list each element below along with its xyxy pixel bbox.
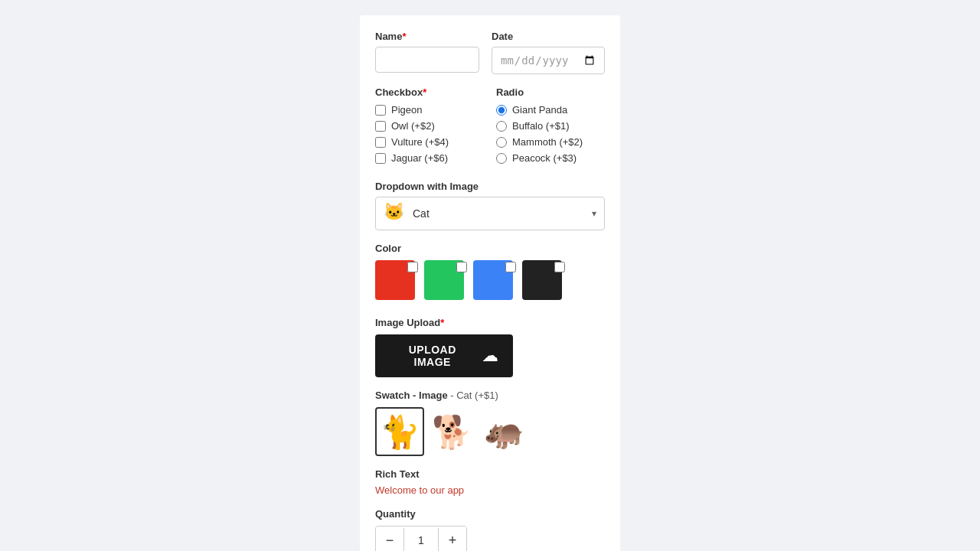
swatch-image-label: Swatch - Image - Cat (+$1) — [375, 390, 605, 401]
checkbox-group: Checkbox* Pigeon Owl (+$2) Vulture (+$4)… — [375, 86, 484, 168]
radio-buffalo: Buffalo (+$1) — [496, 120, 605, 132]
hippo-icon: 🦛 — [484, 413, 524, 451]
radio-peacock: Peacock (+$3) — [496, 152, 605, 164]
dropdown-select[interactable]: Cat Dog Hippo — [413, 207, 592, 220]
name-input[interactable] — [375, 47, 479, 73]
name-field-group: Name* — [375, 31, 479, 74]
swatch-images: 🐈 🐕 🦛 — [375, 407, 605, 456]
rich-text-content: Welcome to our app — [375, 484, 605, 496]
checkbox-vulture-input[interactable] — [375, 137, 386, 148]
radio-mammoth-input[interactable] — [496, 137, 507, 148]
color-swatch-green[interactable] — [424, 260, 469, 305]
radio-group: Radio Giant Panda Buffalo (+$1) Mammoth … — [496, 86, 605, 168]
swatch-hippo[interactable]: 🦛 — [479, 407, 528, 456]
rich-text-section: Rich Text Welcome to our app — [375, 468, 605, 496]
checkbox-group-label: Checkbox* — [375, 86, 484, 98]
upload-button-label: UPLOAD IMAGE — [390, 344, 475, 368]
chevron-down-icon: ▾ — [592, 208, 596, 219]
dropdown-animal-icon: 🐱 — [384, 202, 407, 225]
quantity-stepper: − 1 + — [375, 526, 467, 551]
radio-buffalo-input[interactable] — [496, 121, 507, 132]
swatch-dog[interactable]: 🐕 — [427, 407, 476, 456]
checkbox-pigeon: Pigeon — [375, 104, 484, 116]
quantity-increase-button[interactable]: + — [439, 527, 466, 551]
quantity-label: Quantity — [375, 508, 605, 520]
color-swatch-black[interactable] — [522, 260, 567, 305]
checkbox-owl: Owl (+$2) — [375, 120, 484, 132]
swatch-image-section: Swatch - Image - Cat (+$1) 🐈 🐕 🦛 — [375, 390, 605, 456]
color-swatches — [375, 260, 605, 305]
checkbox-owl-input[interactable] — [375, 121, 386, 132]
radio-mammoth: Mammoth (+$2) — [496, 136, 605, 148]
checkbox-vulture: Vulture (+$4) — [375, 136, 484, 148]
name-label: Name* — [375, 31, 479, 42]
color-section: Color — [375, 243, 605, 305]
checkbox-jaguar: Jaguar (+$6) — [375, 152, 484, 164]
color-label: Color — [375, 243, 605, 254]
quantity-value: 1 — [403, 528, 439, 551]
quantity-section: Quantity − 1 + — [375, 508, 605, 551]
dropdown-label: Dropdown with Image — [375, 181, 605, 192]
quantity-decrease-button[interactable]: − — [376, 527, 403, 551]
color-checkbox-red[interactable] — [407, 262, 418, 272]
radio-giant-panda-input[interactable] — [496, 105, 507, 116]
color-swatch-blue[interactable] — [473, 260, 518, 305]
date-label: Date — [492, 31, 605, 42]
checkbox-jaguar-input[interactable] — [375, 153, 386, 164]
swatch-cat[interactable]: 🐈 — [375, 407, 424, 456]
color-checkbox-blue[interactable] — [505, 262, 516, 272]
image-upload-section: Image Upload* UPLOAD IMAGE ☁ — [375, 317, 605, 377]
dropdown-section: Dropdown with Image 🐱 Cat Dog Hippo ▾ — [375, 181, 605, 230]
dog-icon: 🐕 — [432, 413, 472, 451]
image-upload-label: Image Upload* — [375, 317, 605, 328]
date-input[interactable] — [492, 47, 605, 74]
dropdown-with-image[interactable]: 🐱 Cat Dog Hippo ▾ — [375, 197, 605, 230]
upload-image-button[interactable]: UPLOAD IMAGE ☁ — [375, 334, 513, 377]
radio-peacock-input[interactable] — [496, 153, 507, 164]
color-checkbox-green[interactable] — [456, 262, 467, 272]
date-field-group: Date — [492, 31, 605, 74]
color-checkbox-black[interactable] — [554, 262, 565, 272]
cat-icon: 🐈 — [380, 413, 420, 451]
radio-group-label: Radio — [496, 86, 605, 98]
color-swatch-red[interactable] — [375, 260, 420, 305]
cloud-upload-icon: ☁ — [482, 347, 498, 365]
radio-giant-panda: Giant Panda — [496, 104, 605, 116]
checkbox-pigeon-input[interactable] — [375, 105, 386, 116]
rich-text-label: Rich Text — [375, 468, 605, 480]
